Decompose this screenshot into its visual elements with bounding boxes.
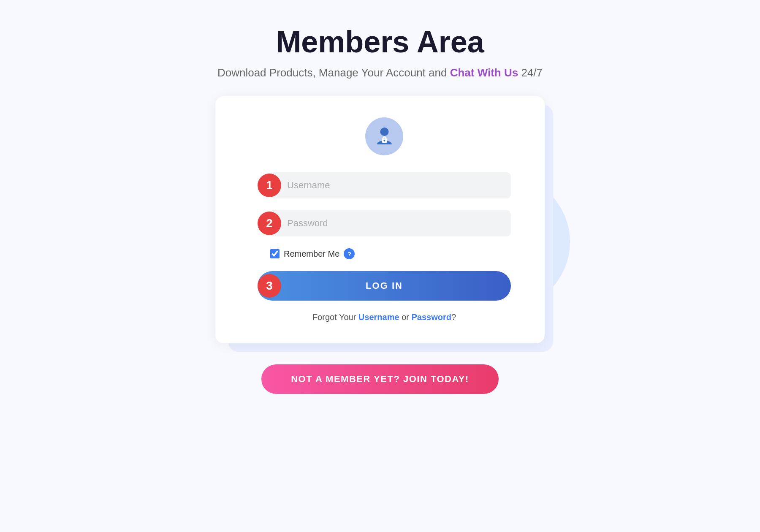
- remember-me-row: Remember Me ?: [270, 248, 511, 259]
- chat-link[interactable]: Chat With Us: [450, 66, 518, 79]
- forgot-middle: or: [399, 312, 412, 322]
- remember-me-checkbox[interactable]: [270, 249, 280, 258]
- page-header: Members Area Download Products, Manage Y…: [217, 25, 543, 79]
- subtitle-prefix: Download Products, Manage Your Account a…: [217, 66, 450, 79]
- login-button[interactable]: LOG IN: [258, 271, 511, 301]
- forgot-password-link[interactable]: Password: [411, 312, 451, 322]
- forgot-row: Forgot Your Username or Password?: [258, 312, 511, 322]
- join-button-wrapper: NOT A MEMBER YET? JOIN TODAY!: [261, 364, 499, 394]
- username-row: 1: [258, 172, 511, 198]
- user-lock-icon: [373, 125, 396, 148]
- forgot-prefix: Forgot Your: [312, 312, 358, 322]
- username-input[interactable]: [269, 172, 511, 198]
- forgot-suffix: ?: [451, 312, 456, 322]
- password-input[interactable]: [269, 210, 511, 236]
- subtitle-suffix: 24/7: [518, 66, 543, 79]
- help-icon[interactable]: ?: [344, 248, 355, 259]
- svg-point-0: [380, 128, 388, 136]
- remember-me-label: Remember Me: [284, 249, 339, 259]
- login-card: 1 2 Remember Me ? 3 LOG IN Forgot Your U…: [215, 96, 545, 343]
- step-2-badge: 2: [258, 212, 281, 235]
- step-3-badge: 3: [258, 274, 281, 298]
- card-wrapper: 1 2 Remember Me ? 3 LOG IN Forgot Your U…: [215, 96, 545, 343]
- svg-point-2: [383, 140, 385, 141]
- login-row: 3 LOG IN: [258, 271, 511, 301]
- step-1-badge: 1: [258, 174, 281, 197]
- avatar: [365, 117, 403, 155]
- avatar-wrapper: [258, 117, 511, 155]
- join-button[interactable]: NOT A MEMBER YET? JOIN TODAY!: [261, 364, 499, 394]
- forgot-username-link[interactable]: Username: [358, 312, 399, 322]
- password-row: 2: [258, 210, 511, 236]
- page-title: Members Area: [217, 25, 543, 59]
- page-subtitle: Download Products, Manage Your Account a…: [217, 66, 543, 79]
